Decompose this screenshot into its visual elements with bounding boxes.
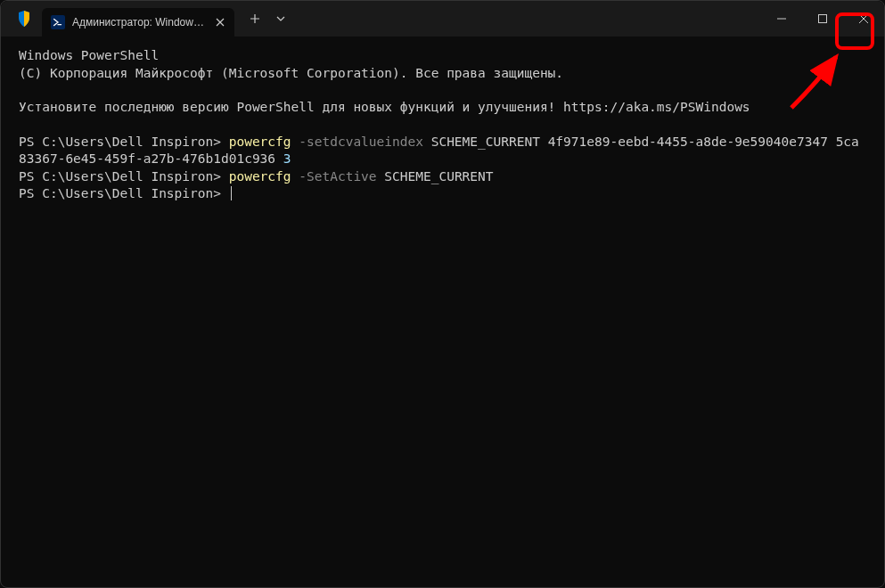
cursor-icon bbox=[231, 186, 232, 200]
terminal-output[interactable]: Windows PowerShell (C) Корпорация Майкро… bbox=[1, 37, 884, 587]
tab-dropdown-button[interactable] bbox=[272, 5, 290, 32]
tab-close-button[interactable] bbox=[213, 15, 227, 29]
output-line: Windows PowerShell bbox=[19, 47, 866, 65]
command-line: PS C:\Users\Dell Inspiron> powercfg -Set… bbox=[19, 168, 866, 186]
window-controls bbox=[761, 1, 884, 37]
tab-powershell[interactable]: Администратор: Windows Po bbox=[42, 8, 234, 37]
close-button[interactable] bbox=[843, 1, 884, 37]
tab-title: Администратор: Windows Po bbox=[72, 16, 206, 29]
output-line: Установите последнюю версию PowerShell д… bbox=[19, 99, 866, 117]
maximize-button[interactable] bbox=[802, 1, 843, 37]
terminal-window: Администратор: Windows Po bbox=[0, 0, 885, 588]
blank-line bbox=[19, 82, 866, 99]
command-line: PS C:\Users\Dell Inspiron> powercfg -set… bbox=[19, 134, 866, 168]
new-tab-button[interactable] bbox=[242, 5, 268, 32]
blank-line bbox=[19, 117, 866, 134]
minimize-button[interactable] bbox=[761, 1, 802, 37]
powershell-icon bbox=[51, 15, 65, 29]
output-line: (C) Корпорация Майкрософт (Microsoft Cor… bbox=[19, 65, 866, 83]
admin-shield-icon bbox=[13, 8, 35, 29]
prompt-line: PS C:\Users\Dell Inspiron> bbox=[19, 185, 866, 203]
titlebar: Администратор: Windows Po bbox=[1, 1, 884, 37]
svg-rect-1 bbox=[819, 15, 827, 23]
